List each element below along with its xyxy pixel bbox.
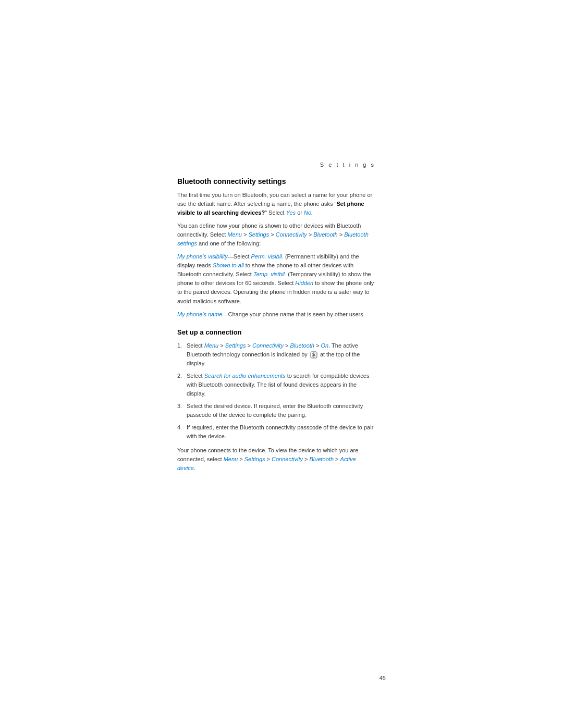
item1-gt2: >	[246, 342, 252, 349]
menu-link1[interactable]: Menu	[227, 231, 242, 238]
footer-gt2: >	[265, 456, 272, 462]
bluetooth-link1[interactable]: Bluetooth	[313, 231, 337, 238]
temp-link[interactable]: Temp. visibil.	[253, 271, 286, 277]
item3-text: Select the desired device. If required, …	[187, 403, 363, 418]
no-link[interactable]: No.	[304, 209, 313, 216]
settings-label: S e t t i n g s	[320, 162, 375, 168]
footer-gt1: >	[238, 456, 244, 462]
list-item-2: 2. Select Search for audio enhancements …	[177, 372, 375, 398]
setup-list: 1. Select Menu > Settings > Connectivity…	[177, 341, 375, 441]
section1-visibility: My phone's visibility—Select Perm. visib…	[177, 252, 375, 305]
name-desc: —Change your phone name that is seen by …	[222, 311, 364, 317]
item2-search-link[interactable]: Search for audio enhancements	[204, 373, 286, 379]
gt1: >	[242, 231, 249, 238]
hidden-link[interactable]: Hidden	[295, 280, 313, 286]
yes-link[interactable]: Yes	[286, 209, 296, 216]
para1-end: " Select	[265, 209, 286, 216]
perm-link[interactable]: Perm. visibil.	[251, 253, 284, 260]
section1-name: My phone's name—Change your phone name t…	[177, 310, 375, 319]
shown-link[interactable]: Shown to all	[213, 262, 244, 268]
section1-para2: You can define how your phone is shown t…	[177, 221, 375, 248]
section2-title: Set up a connection	[177, 328, 375, 336]
content-area: S e t t i n g s Bluetooth connectivity s…	[177, 162, 375, 477]
item1-gt3: >	[284, 342, 290, 349]
footer-bluetooth-link[interactable]: Bluetooth	[310, 456, 334, 462]
list-number-4: 4.	[177, 423, 182, 432]
item4-text: If required, enter the Bluetooth connect…	[187, 424, 373, 439]
item1-text-start: Select	[187, 342, 204, 349]
list-number-2: 2.	[177, 372, 182, 380]
connectivity-link1[interactable]: Connectivity	[276, 231, 307, 238]
dash1: —Select	[228, 253, 251, 260]
item2-text-start: Select	[187, 373, 204, 379]
visibility-link[interactable]: My phone's visibility	[177, 253, 228, 260]
footer-end: .	[194, 465, 195, 471]
list-item-1: 1. Select Menu > Settings > Connectivity…	[177, 341, 375, 368]
footer-gt4: >	[334, 456, 340, 462]
settings-link1[interactable]: Settings	[248, 231, 269, 238]
gt3: >	[307, 231, 314, 238]
item1-settings-link[interactable]: Settings	[225, 342, 246, 349]
item1-connectivity-link[interactable]: Connectivity	[252, 342, 284, 349]
settings-header: S e t t i n g s	[177, 162, 375, 168]
name-link[interactable]: My phone's name	[177, 311, 222, 317]
footer-menu-link[interactable]: Menu	[224, 456, 238, 462]
footer-settings-link[interactable]: Settings	[244, 456, 265, 462]
item1-bluetooth-link[interactable]: Bluetooth	[290, 342, 314, 349]
gt4: >	[338, 231, 345, 238]
footer-connectivity-link[interactable]: Connectivity	[272, 456, 303, 462]
or-text: or	[296, 209, 304, 216]
section1-title: Bluetooth connectivity settings	[177, 177, 375, 186]
para2-end: and one of the following:	[197, 240, 261, 246]
list-number-3: 3.	[177, 402, 182, 411]
page-number: 45	[380, 675, 386, 681]
item1-menu-link[interactable]: Menu	[204, 342, 219, 349]
item1-on-link[interactable]: On	[321, 342, 329, 349]
section2-footer: Your phone connects to the device. To vi…	[177, 446, 375, 473]
list-number-1: 1.	[177, 341, 182, 350]
list-item-4: 4. If required, enter the Bluetooth conn…	[177, 423, 375, 441]
gt2: >	[269, 231, 276, 238]
page-container: S e t t i n g s Bluetooth connectivity s…	[0, 0, 563, 728]
item1-gt1: >	[218, 342, 225, 349]
section1-para1: The first time you turn on Bluetooth, yo…	[177, 191, 375, 217]
item1-gt4: >	[314, 342, 321, 349]
bluetooth-icon	[310, 351, 317, 359]
footer-gt3: >	[303, 456, 310, 462]
list-item-3: 3. Select the desired device. If require…	[177, 402, 375, 419]
